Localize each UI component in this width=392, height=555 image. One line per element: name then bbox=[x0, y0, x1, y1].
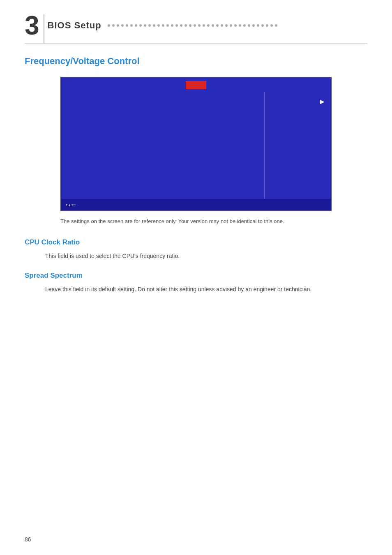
header-dot bbox=[144, 24, 146, 27]
header-dot bbox=[121, 24, 124, 27]
header-dot bbox=[162, 24, 164, 27]
header-dot bbox=[216, 24, 219, 27]
header-dot bbox=[166, 24, 169, 27]
header: 3 BIOS Setup bbox=[25, 12, 367, 44]
header-dot bbox=[212, 24, 214, 27]
header-dot bbox=[189, 24, 191, 27]
header-dot bbox=[203, 24, 205, 27]
bios-content-area: ▶ bbox=[61, 92, 331, 199]
header-dot bbox=[135, 24, 137, 27]
cpu-clock-ratio-description: This field is used to select the CPU's f… bbox=[25, 251, 367, 261]
section-title: Frequency/Voltage Control bbox=[25, 56, 367, 67]
header-dot bbox=[153, 24, 155, 27]
header-dot bbox=[207, 24, 210, 27]
header-dot bbox=[148, 24, 151, 27]
bios-setup-title: BIOS Setup bbox=[48, 20, 367, 31]
header-dot bbox=[194, 24, 196, 27]
header-right: BIOS Setup bbox=[48, 20, 367, 31]
cpu-clock-ratio-section: CPU Clock Ratio This field is used to se… bbox=[25, 238, 367, 261]
bios-arrow-icon: ▶ bbox=[320, 98, 325, 105]
header-dot bbox=[221, 24, 223, 27]
header-dot bbox=[230, 24, 232, 27]
header-dot bbox=[180, 24, 182, 27]
chapter-number: 3 bbox=[25, 12, 39, 39]
header-dot bbox=[234, 24, 237, 27]
bios-screen: ▶ ↑↓→← bbox=[60, 77, 332, 211]
header-dot bbox=[270, 24, 273, 27]
spread-spectrum-description: Leave this field in its default setting.… bbox=[25, 285, 367, 295]
cpu-clock-ratio-title: CPU Clock Ratio bbox=[25, 238, 367, 246]
header-dot bbox=[171, 24, 173, 27]
header-dot bbox=[239, 24, 241, 27]
dots-container bbox=[108, 24, 367, 27]
bios-right-panel: ▶ bbox=[265, 92, 331, 199]
header-dot bbox=[117, 24, 119, 27]
reference-note: The settings on the screen are for refer… bbox=[60, 217, 332, 226]
page-number: 86 bbox=[25, 536, 31, 543]
spread-spectrum-title: Spread Spectrum bbox=[25, 272, 367, 280]
bios-footer: ↑↓→← bbox=[61, 199, 331, 210]
bios-top-bar bbox=[61, 78, 331, 92]
header-dot bbox=[248, 24, 250, 27]
bios-setup-text: BIOS Setup bbox=[48, 20, 101, 31]
header-dot bbox=[130, 24, 133, 27]
header-dot bbox=[184, 24, 187, 27]
header-dot bbox=[275, 24, 277, 27]
bios-red-block bbox=[186, 81, 206, 89]
header-dot bbox=[126, 24, 128, 27]
spread-spectrum-section: Spread Spectrum Leave this field in its … bbox=[25, 272, 367, 295]
header-dot bbox=[198, 24, 201, 27]
header-dot bbox=[225, 24, 228, 27]
page-container: 3 BIOS Setup Frequency/Voltage Control ▶… bbox=[0, 0, 392, 555]
header-dot bbox=[261, 24, 264, 27]
header-dot bbox=[243, 24, 246, 27]
bios-nav-keys: ↑↓→← bbox=[65, 202, 76, 207]
header-dot bbox=[112, 24, 115, 27]
header-dot bbox=[108, 24, 110, 27]
header-dot bbox=[252, 24, 255, 27]
header-dot bbox=[175, 24, 178, 27]
header-dot bbox=[257, 24, 259, 27]
bios-left-panel bbox=[61, 92, 265, 199]
header-dot bbox=[266, 24, 268, 27]
header-dot bbox=[139, 24, 142, 27]
header-dot bbox=[157, 24, 160, 27]
